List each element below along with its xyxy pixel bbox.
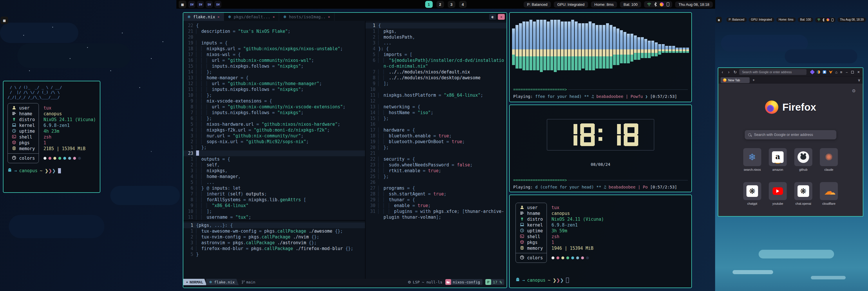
editor-tab-hosts-isoImag-[interactable]: ❄hosts/isoImag..✕ (279, 13, 334, 21)
code-text: }: { (378, 46, 506, 52)
line-number: 1 (183, 145, 196, 150)
line-number: 22 (366, 156, 378, 162)
extension-icon-blue[interactable] (823, 70, 826, 74)
visualizer-bar (557, 49, 560, 56)
terminal-cursor[interactable] (58, 168, 61, 173)
git-branch-icon (242, 280, 245, 284)
shortcut-youtube[interactable]: youtube (769, 182, 787, 200)
home-button[interactable]: ⌂ (835, 70, 838, 74)
tab-close-icon[interactable]: ✕ (328, 15, 330, 19)
shortcut-chatgpt[interactable]: ❋chatgpt (743, 182, 761, 200)
shortcut-search-nixos[interactable]: ❄search.nixos (743, 148, 761, 166)
visualizer-bar (634, 49, 637, 53)
extension-icon-swirl[interactable] (817, 70, 820, 74)
code-text: ▏ ▏ ▏ url = "github:nix-community/home-m… (196, 81, 365, 87)
code-line: 4▏ ▏ nixpkgs-f2k.url = "github:moni-dz/n… (183, 127, 365, 133)
fetch-label-row: user (516, 205, 547, 210)
shortcut-claude[interactable]: ✺claude (820, 148, 838, 166)
code-line: 4▏ ▏ home-manager, (183, 174, 365, 179)
personalize-gear-icon[interactable]: ⚙ (852, 88, 856, 93)
shortcut-label: search.nixos (738, 168, 767, 171)
shortcut-amazon[interactable]: aamazon (769, 148, 787, 166)
shortcut-cloudflare[interactable]: ☁☁cloudflare (820, 182, 838, 200)
url-bar[interactable]: Search with Google or enter address (739, 69, 806, 75)
code-text: ▏ ▏ ]; (196, 208, 365, 214)
visualizer-bar (568, 22, 571, 49)
code-text: ▏ modulesPath, (378, 34, 506, 40)
fetch-label-row: hname (8, 111, 39, 117)
buffer-toggle-button[interactable]: ◐ (489, 14, 496, 20)
command-line[interactable] (183, 285, 506, 288)
tab-overflow-button[interactable]: ∨ (858, 78, 861, 82)
forward-button[interactable]: › (726, 70, 731, 74)
visualizer-bar (544, 49, 546, 56)
shell-prompt[interactable]: →canopus~❯❯❯ (7, 168, 96, 173)
window-icon[interactable]: $W (188, 1, 195, 8)
window-icon[interactable]: $W (197, 1, 204, 8)
fetch-value: zsh (43, 134, 96, 140)
menu-button[interactable]: ≡ (840, 70, 842, 74)
reload-button[interactable]: ↻ (733, 70, 738, 74)
visualizer-bar (557, 56, 560, 70)
line-number: 5 (183, 179, 196, 185)
line-number: 3 (183, 240, 196, 246)
nix-file-icon: ❄ (283, 14, 287, 19)
shell-prompt[interactable]: →canopus~❯❯❯ (516, 278, 569, 283)
fetch-label-row: user (8, 105, 39, 111)
editor-tab-pkgs-default-[interactable]: ❄pkgs/default...✕ (224, 13, 279, 21)
launcher-icon[interactable]: ▦ (179, 1, 186, 8)
shortcut-chat-openai[interactable]: ❋chat.openai (794, 182, 812, 200)
minimize-button[interactable]: – (846, 70, 848, 74)
line-number: 4 (183, 174, 196, 179)
fetch-colors-row: colors (8, 155, 39, 161)
line-number: 2 (183, 162, 196, 168)
workspace-button-4[interactable]: 4 (459, 1, 466, 8)
tty-clock-display (547, 119, 654, 150)
editor-tab-flake-nix[interactable]: ❄flake.nix✕ (183, 13, 224, 21)
tab-new-tab[interactable]: New Tab (721, 77, 750, 83)
code-text: ▏ description = "tux's NixOS Flake"; (196, 28, 365, 34)
search-input[interactable]: Search with Google or enter address (745, 130, 836, 139)
code-text: ▏ inputs = { (196, 40, 365, 46)
fetch-label: kernel (19, 123, 35, 128)
visualizer-bar (610, 49, 612, 56)
launcher-icon-secondary[interactable]: ▦ (716, 17, 722, 23)
editor-pane-default-nix[interactable]: 1{pkgs, ...}: {1▏ tux-awesome-wm-config … (183, 221, 365, 279)
new-tab-button[interactable]: + (752, 78, 755, 82)
workspace-button-1[interactable]: 1 (425, 1, 433, 8)
tab-close-icon[interactable]: ✕ (218, 15, 220, 19)
visualizer-bar (627, 49, 630, 55)
shortcut-github[interactable]: github (794, 148, 812, 166)
palette-dot (556, 257, 559, 259)
code-text: ▏ }; (378, 116, 506, 121)
line-number: 11 (366, 92, 378, 98)
close-button[interactable]: ✕ (857, 70, 860, 74)
window-icon[interactable]: $W (214, 1, 221, 8)
code-text: ▏ ▏ username = "tux"; (196, 214, 365, 220)
visualizer-bar (655, 42, 658, 49)
fetch-value: canopus (43, 111, 96, 117)
code-text: { (196, 23, 365, 28)
workspace-button-3[interactable]: 3 (447, 1, 455, 8)
workspace-button-2[interactable]: 2 (436, 1, 444, 8)
metamask-icon[interactable] (829, 70, 833, 74)
extension-icon-purple[interactable] (810, 70, 815, 75)
launcher-icon-left-monitor[interactable]: ▦ (1, 17, 8, 24)
window-icon[interactable]: $W (206, 1, 213, 8)
code-line: 11▏ nixpkgs.hostPlatform = "x86_64-linux… (366, 92, 506, 98)
code-line: 10▏ ▏ ]; (183, 208, 365, 214)
now-playing-segment: ffee for your head) ** (535, 94, 592, 99)
code-line: 13▏ networking = { (366, 104, 506, 110)
visualizer-bar (602, 56, 606, 68)
buffer-close-button[interactable]: ✕ (498, 14, 505, 20)
back-button[interactable]: ‹ (720, 70, 725, 74)
fetch-colors-row: colors (516, 255, 547, 261)
editor-pane-flake-nix[interactable]: 22{21▏ description = "tux's NixOS Flake"… (183, 21, 365, 220)
terminal-cursor[interactable] (566, 278, 569, 283)
bluetooth-icon (654, 2, 657, 6)
fetch-value: NixOS 24.11 (Vicuna) (552, 216, 604, 222)
maximize-button[interactable] (851, 71, 854, 74)
shortcut-label: claude (814, 168, 843, 171)
editor-pane-iso-nix[interactable]: 1{1▏ pkgs,2▏ modulesPath,3▏ ...4}: {5▏ i… (366, 21, 506, 279)
tab-close-icon[interactable]: ✕ (273, 15, 275, 19)
